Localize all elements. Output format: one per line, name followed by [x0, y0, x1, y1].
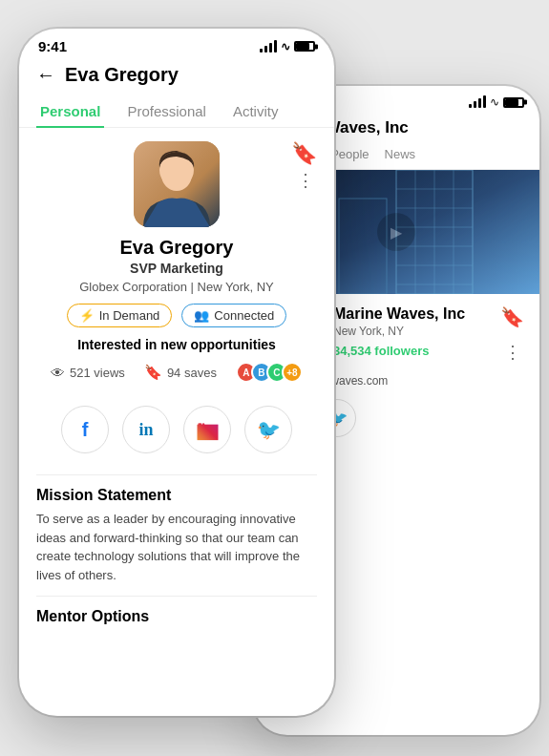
- bookmark-stat-icon: 🔖: [144, 364, 162, 381]
- lightning-icon: ⚡: [79, 308, 95, 323]
- divider-1: [36, 474, 317, 475]
- stats-row: 👁 521 views 🔖 94 saves A B C +8: [51, 362, 303, 383]
- avatar-stack: A B C +8: [236, 362, 303, 383]
- followers-count[interactable]: 34,534 followers: [333, 344, 489, 358]
- back-card-name: Marine Waves, Inc: [333, 305, 489, 323]
- signal-icon: [260, 41, 277, 52]
- twitter-button[interactable]: 🐦: [244, 406, 292, 453]
- wifi-icon-back: ∿: [490, 95, 499, 109]
- connected-label: Connected: [214, 308, 274, 323]
- linkedin-button[interactable]: in: [122, 406, 170, 453]
- views-stat: 👁 521 views: [51, 365, 125, 381]
- interested-text: Interested in new opportunities: [77, 337, 276, 352]
- tab-personal[interactable]: Personal: [36, 95, 104, 127]
- more-options-button[interactable]: ⋮: [297, 170, 315, 191]
- front-phone: 9:41 ∿ ← Eva Gregory Persona: [19, 29, 334, 716]
- page-title: Eva Gregory: [65, 64, 179, 86]
- connected-icon: 👥: [194, 308, 209, 323]
- signal-icon-back: [469, 96, 486, 108]
- profile-name: Eva Gregory: [120, 237, 234, 259]
- mentor-section: Mentor Options: [19, 608, 334, 625]
- wifi-icon: ∿: [281, 40, 290, 53]
- eye-icon: 👁: [51, 365, 65, 381]
- instagram-button[interactable]: 📷: [183, 406, 231, 453]
- mission-text: To serve as a leader by encouraging inno…: [36, 510, 317, 584]
- battery-icon: [294, 41, 315, 52]
- svg-point-26: [161, 158, 192, 191]
- linkedin-icon: in: [138, 420, 153, 440]
- status-icons: ∿: [260, 40, 315, 53]
- divider-2: [36, 596, 317, 597]
- instagram-icon: 📷: [196, 418, 220, 441]
- more-avatars: +8: [282, 362, 303, 383]
- in-demand-label: In Demand: [99, 308, 160, 323]
- badges: ⚡ In Demand 👥 Connected: [67, 304, 286, 327]
- back-bookmark-button[interactable]: 🔖: [500, 305, 524, 328]
- status-icons-back: ∿: [469, 95, 524, 109]
- views-count: 521 views: [70, 366, 125, 380]
- battery-icon-back: [503, 97, 524, 108]
- mentor-title: Mentor Options: [36, 608, 317, 625]
- tab-activity[interactable]: Activity: [229, 95, 283, 127]
- mission-title: Mission Statement: [36, 487, 317, 504]
- header: ← Eva Gregory: [19, 58, 334, 95]
- facebook-icon: f: [82, 419, 89, 441]
- social-row: f in 📷 🐦: [19, 406, 334, 461]
- status-bar: 9:41 ∿: [19, 29, 334, 58]
- profile-company: Globex Corporation | New York, NY: [79, 280, 274, 294]
- mission-section: Mission Statement To serve as a leader b…: [19, 487, 334, 596]
- back-more-button[interactable]: ⋮: [504, 342, 521, 363]
- status-time: 9:41: [38, 38, 67, 54]
- profile-title: SVP Marketing: [130, 261, 223, 276]
- facebook-button[interactable]: f: [61, 406, 109, 453]
- back-tab-people[interactable]: People: [330, 147, 369, 161]
- twitter-icon: 🐦: [257, 418, 281, 441]
- back-button[interactable]: ←: [36, 64, 55, 86]
- tab-bar: Personal Professional Activity: [19, 95, 334, 128]
- profile-section: 🔖 ⋮: [19, 128, 334, 406]
- bookmark-button[interactable]: 🔖: [291, 141, 317, 166]
- back-tab-news[interactable]: News: [385, 147, 416, 161]
- avatar: [134, 141, 220, 227]
- saves-count: 94 saves: [167, 366, 217, 380]
- in-demand-badge: ⚡ In Demand: [67, 304, 173, 327]
- connected-badge: 👥 Connected: [181, 304, 286, 327]
- saves-stat: 🔖 94 saves: [144, 364, 217, 381]
- tab-professional[interactable]: Professional: [123, 95, 210, 127]
- back-card-info: Marine Waves, Inc New York, NY 34,534 fo…: [333, 305, 489, 358]
- back-card-location: New York, NY: [333, 325, 489, 338]
